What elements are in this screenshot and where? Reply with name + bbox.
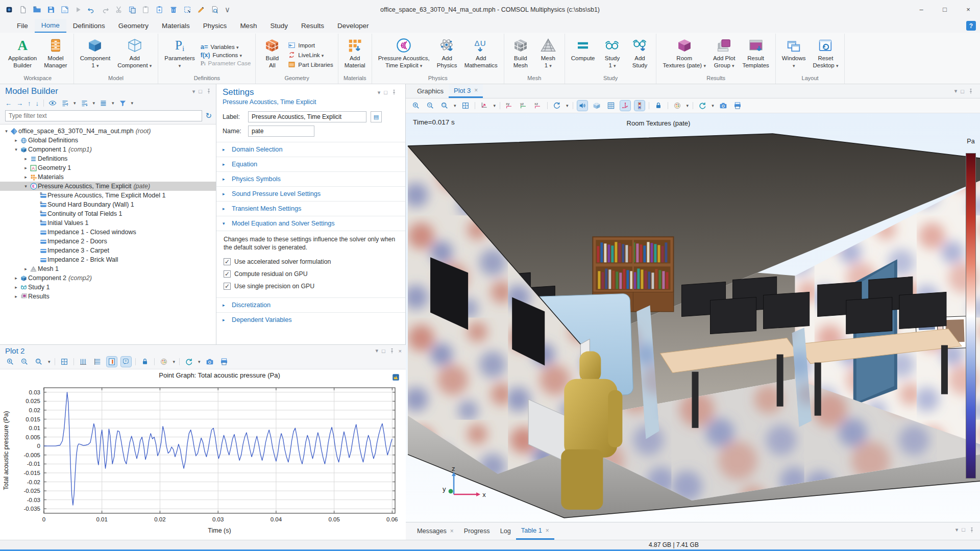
ribbon-button-mesh[interactable]: Mesh1 ▾: [535, 35, 561, 75]
image-palette-button[interactable]: [159, 357, 169, 367]
app-logo-icon[interactable]: [5, 6, 13, 14]
open-file-icon[interactable]: [33, 5, 41, 14]
save-as[interactable]: [61, 6, 69, 14]
ribbon-button-parameters[interactable]: PiParameters▾: [162, 35, 197, 75]
tree-item[interactable]: ▾Pressure Acoustics, Time Explicit(pate): [0, 182, 216, 191]
pin-icon[interactable]: [206, 88, 212, 94]
dropdown-caret-icon[interactable]: ▾: [93, 101, 95, 106]
tab-close-icon[interactable]: ×: [450, 528, 454, 535]
rename-icon[interactable]: ▤: [371, 111, 382, 122]
ribbon-button-add[interactable]: AddComponent ▾: [115, 35, 154, 75]
delete-icon[interactable]: [169, 6, 178, 14]
settings-section-equation[interactable]: ▸Equation: [216, 157, 405, 171]
select-region-icon[interactable]: [183, 6, 191, 14]
ribbon-button-pressure-acoustics-[interactable]: Pressure Acoustics,Time Explicit ▾: [376, 35, 432, 75]
refresh-icon[interactable]: ↻: [205, 111, 212, 120]
zoom-out-button[interactable]: [19, 357, 30, 367]
help-button[interactable]: ?: [966, 21, 976, 31]
ribbon-small-functions-[interactable]: f(x)Functions ▾: [201, 52, 251, 58]
tree-expander-icon[interactable]: ▸: [22, 266, 29, 271]
menu-home[interactable]: Home: [35, 19, 66, 33]
caret-icon[interactable]: ▾: [375, 347, 378, 354]
ribbon-button-add[interactable]: AddPhysics: [434, 35, 460, 75]
expand-icon[interactable]: [61, 99, 69, 107]
refresh-button[interactable]: [184, 357, 194, 367]
tree-expander-icon[interactable]: ▸: [22, 165, 29, 170]
settings-section-sound-pressure-level-settings[interactable]: ▸Sound Pressure Level Settings: [216, 186, 405, 201]
checkbox-icon[interactable]: ✓: [224, 283, 231, 290]
cut[interactable]: [115, 6, 122, 13]
tree-item[interactable]: ▸Global Definitions: [0, 136, 216, 145]
show-axes-button[interactable]: [620, 101, 630, 111]
lock-button[interactable]: [140, 357, 150, 367]
duplicate-icon[interactable]: [156, 6, 164, 14]
pin-icon[interactable]: [391, 89, 397, 95]
float-icon[interactable]: □: [962, 527, 965, 533]
pin-icon[interactable]: [389, 348, 395, 354]
cut-icon[interactable]: [115, 6, 122, 13]
zoom-box-button[interactable]: [439, 101, 450, 111]
tree-item[interactable]: ▾office_space_63_30T0_N4_ma_out.mph(root…: [0, 127, 216, 136]
float-icon[interactable]: □: [961, 88, 964, 94]
float-icon[interactable]: □: [382, 348, 385, 354]
select-region[interactable]: [183, 6, 191, 14]
save[interactable]: [47, 6, 55, 14]
ribbon-button-component[interactable]: Component1 ▾: [78, 35, 113, 75]
image-palette-button[interactable]: [672, 101, 682, 111]
copy-icon[interactable]: [128, 6, 136, 14]
axis-limits-button[interactable]: [107, 357, 117, 367]
menu-file[interactable]: File: [10, 19, 35, 33]
ribbon-small-part-libraries[interactable]: Part Libraries: [288, 61, 333, 68]
dropdown-caret-icon[interactable]: ▾: [454, 103, 456, 108]
bottom-tab-table-1[interactable]: Table 1×: [516, 522, 554, 540]
ribbon-button-add[interactable]: AddStudy: [627, 35, 652, 75]
bottom-tab-messages[interactable]: Messages×: [412, 522, 459, 540]
grid-button[interactable]: [606, 101, 616, 111]
menu-mesh[interactable]: Mesh: [233, 19, 263, 33]
dropdown-caret-icon[interactable]: ▾: [566, 103, 569, 108]
menu-results[interactable]: Results: [295, 19, 331, 33]
undo-icon[interactable]: [87, 6, 95, 14]
bottom-tab-log[interactable]: Log: [495, 522, 516, 540]
settings-section-discretization[interactable]: ▸Discretization: [216, 297, 405, 312]
camera-button[interactable]: [718, 101, 728, 111]
dropdown-caret-icon[interactable]: ▾: [494, 103, 496, 108]
tree-item[interactable]: Impedance 2 - Brick Wall: [0, 255, 216, 264]
caret-icon[interactable]: ▾: [192, 88, 195, 95]
checkbox-icon[interactable]: ✓: [224, 270, 231, 278]
forward-arrow-icon[interactable]: →: [16, 99, 23, 107]
play-icon[interactable]: [75, 6, 82, 13]
tree-item[interactable]: ▸Results: [0, 292, 216, 301]
view-yz-button[interactable]: yz: [519, 101, 529, 111]
paste[interactable]: [142, 6, 150, 14]
close-button[interactable]: ×: [957, 0, 980, 19]
point-graph-canvas[interactable]: Point Graph: Total acoustic pressure (Pa…: [0, 369, 406, 540]
tree-item[interactable]: Impedance 3 - Carpet: [0, 246, 216, 255]
dropdown-caret-icon[interactable]: ▾: [112, 101, 114, 106]
highlight-icon[interactable]: [197, 6, 205, 14]
tree-item[interactable]: DPressure Acoustics, Time Explicit Model…: [0, 191, 216, 200]
float-icon[interactable]: □: [199, 88, 202, 94]
annotations-button[interactable]: [121, 357, 131, 367]
zoom-out-button[interactable]: [425, 101, 435, 111]
tree-item[interactable]: DSound Hard Boundary (Wall) 1: [0, 200, 216, 209]
float-icon[interactable]: □: [384, 89, 387, 95]
tree-item[interactable]: ▸AGeometry 1: [0, 163, 216, 172]
y-grid-button[interactable]: [92, 357, 103, 367]
checkbox-use-accelerated-solver-formulation[interactable]: ✓Use accelerated solver formulation: [224, 256, 398, 268]
copy[interactable]: [128, 6, 136, 14]
name-field[interactable]: [248, 126, 314, 137]
printer-button[interactable]: [219, 357, 229, 367]
ribbon-small-variables-[interactable]: a=Variables ▾: [201, 43, 251, 50]
dropdown-caret-icon[interactable]: ▾: [687, 103, 689, 108]
back-arrow-icon[interactable]: ←: [5, 99, 12, 107]
tree-expander-icon[interactable]: ▸: [13, 276, 19, 281]
ribbon-button-add-plot[interactable]: Add PlotGroup ▾: [710, 35, 738, 75]
checkbox-use-single-precision-on-gpu[interactable]: ✓Use single precision on GPU: [224, 280, 398, 292]
dropdown-caret-icon[interactable]: ▾: [173, 359, 176, 364]
tree-expander-icon[interactable]: ▾: [13, 147, 19, 152]
move-down-icon[interactable]: ↓: [36, 99, 39, 107]
dropdown-caret-icon[interactable]: ▾: [712, 103, 714, 108]
save-icon[interactable]: [47, 6, 55, 14]
tree-expander-icon[interactable]: ▸: [22, 156, 29, 161]
